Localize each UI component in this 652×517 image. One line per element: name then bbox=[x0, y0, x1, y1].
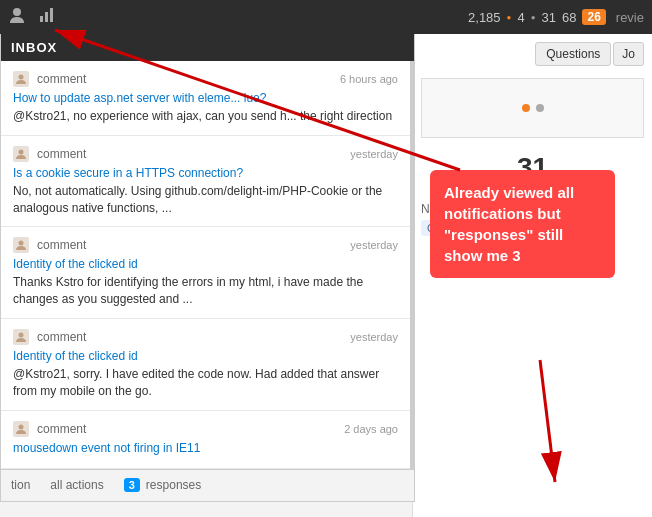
count2: 31 bbox=[542, 10, 556, 25]
list-item: comment 2 days ago mousedown event not f… bbox=[1, 411, 410, 469]
svg-point-6 bbox=[19, 241, 24, 246]
count1: 4 bbox=[517, 10, 524, 25]
questions-button[interactable]: Questions bbox=[535, 42, 611, 66]
avatar bbox=[13, 71, 29, 87]
svg-rect-1 bbox=[40, 16, 43, 22]
tab-all-actions[interactable]: all actions bbox=[40, 472, 113, 498]
item-body: @Kstro21, sorry. I have edited the code … bbox=[13, 366, 398, 400]
item-title[interactable]: Is a cookie secure in a HTTPS connection… bbox=[13, 166, 398, 180]
item-title[interactable]: Identity of the clicked id bbox=[13, 349, 398, 363]
avatar bbox=[13, 237, 29, 253]
jo-button[interactable]: Jo bbox=[613, 42, 644, 66]
chart-icon-nav[interactable] bbox=[38, 6, 56, 28]
item-title[interactable]: mousedown event not firing in IE11 bbox=[13, 441, 398, 455]
item-title[interactable]: Identity of the clicked id bbox=[13, 257, 398, 271]
reputation-count: 2,185 bbox=[468, 10, 501, 25]
navbar-stats: 2,185 ● 4 ● 31 68 26 revie bbox=[468, 9, 644, 25]
inbox-panel: INBOX comment 6 hours ago How to update … bbox=[0, 34, 415, 502]
svg-point-4 bbox=[19, 75, 24, 80]
item-time: 6 hours ago bbox=[340, 73, 398, 85]
inbox-header: INBOX bbox=[1, 34, 414, 61]
item-type: comment bbox=[37, 72, 86, 86]
list-item: comment 6 hours ago How to update asp.ne… bbox=[1, 61, 410, 136]
item-time: yesterday bbox=[350, 239, 398, 251]
item-body: Thanks Kstro for identifying the errors … bbox=[13, 274, 398, 308]
item-type: comment bbox=[37, 147, 86, 161]
item-time: yesterday bbox=[350, 331, 398, 343]
inbox-title: INBOX bbox=[11, 40, 57, 55]
avatar bbox=[13, 329, 29, 345]
navbar: 2,185 ● 4 ● 31 68 26 revie bbox=[0, 0, 652, 34]
svg-rect-3 bbox=[50, 8, 53, 22]
annotation-box: Already viewed all notifications but "re… bbox=[430, 170, 615, 278]
item-time: yesterday bbox=[350, 148, 398, 160]
responses-label: responses bbox=[146, 478, 201, 492]
user-icon-nav[interactable] bbox=[8, 6, 26, 28]
dot1: ● bbox=[507, 13, 512, 22]
avatar bbox=[13, 146, 29, 162]
tab-responses[interactable]: 3 responses bbox=[114, 472, 212, 498]
inbox-list[interactable]: comment 6 hours ago How to update asp.ne… bbox=[1, 61, 414, 469]
item-type: comment bbox=[37, 422, 86, 436]
svg-rect-2 bbox=[45, 12, 48, 22]
dot2: ● bbox=[531, 13, 536, 22]
item-type: comment bbox=[37, 330, 86, 344]
stat-dot-orange bbox=[522, 104, 530, 112]
list-item: comment yesterday Identity of the clicke… bbox=[1, 227, 410, 319]
item-body: @Kstro21, no experience with ajax, can y… bbox=[13, 108, 398, 125]
svg-point-5 bbox=[19, 149, 24, 154]
stat-dot-gray bbox=[536, 104, 544, 112]
item-type: comment bbox=[37, 238, 86, 252]
avatar bbox=[13, 421, 29, 437]
list-item: comment yesterday Is a cookie secure in … bbox=[1, 136, 410, 228]
annotation-text: Already viewed all notifications but "re… bbox=[444, 184, 574, 264]
right-buttons: Questions Jo bbox=[413, 34, 652, 74]
item-title[interactable]: How to update asp.net server with eleme.… bbox=[13, 91, 398, 105]
list-item: comment yesterday Identity of the clicke… bbox=[1, 319, 410, 411]
svg-point-0 bbox=[13, 8, 21, 16]
responses-badge: 3 bbox=[124, 478, 140, 492]
svg-point-8 bbox=[19, 424, 24, 429]
svg-point-7 bbox=[19, 332, 24, 337]
inbox-footer: tion all actions 3 responses bbox=[1, 469, 414, 501]
item-time: 2 days ago bbox=[344, 423, 398, 435]
count3: 68 bbox=[562, 10, 576, 25]
review-link[interactable]: revie bbox=[616, 10, 644, 25]
review-badge: 26 bbox=[582, 9, 605, 25]
tab-tion[interactable]: tion bbox=[1, 472, 40, 498]
item-body: No, not automatically. Using github.com/… bbox=[13, 183, 398, 217]
